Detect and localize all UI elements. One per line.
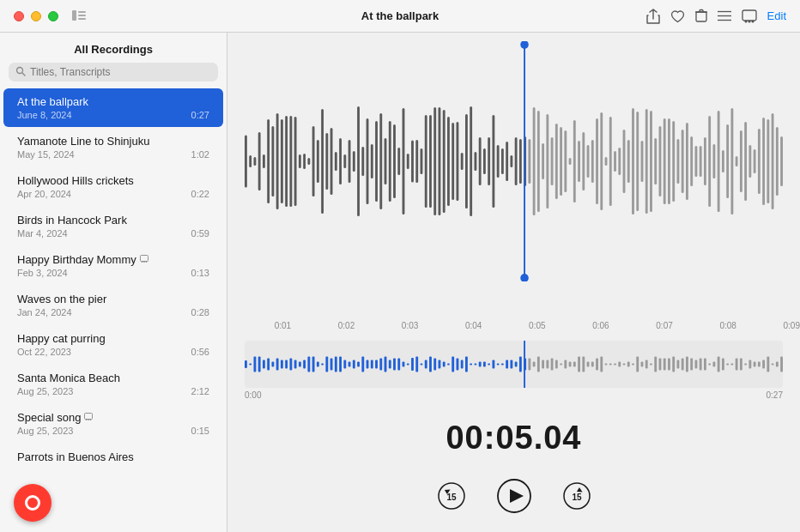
transcript-icon <box>140 255 148 264</box>
svg-rect-264 <box>780 357 783 372</box>
recording-meta: Oct 22, 2023 0:56 <box>17 347 209 357</box>
recording-item[interactable]: At the ballpark June 8, 2024 0:27 <box>3 88 223 127</box>
recording-item[interactable]: Happy Birthday Mommy Feb 3, 2024 0:13 <box>3 246 223 285</box>
svg-rect-229 <box>623 364 626 366</box>
svg-rect-59 <box>411 141 414 183</box>
recording-title: At the ballpark <box>17 95 209 108</box>
favorite-button[interactable] <box>670 9 685 23</box>
recording-meta: May 15, 2024 1:02 <box>17 149 209 160</box>
recording-item[interactable]: Special song Aug 25, 2023 0:15 <box>3 404 223 443</box>
svg-rect-121 <box>690 136 693 186</box>
svg-rect-242 <box>682 359 684 371</box>
svg-rect-148 <box>258 357 261 372</box>
svg-rect-120 <box>686 123 688 200</box>
svg-rect-111 <box>645 109 648 214</box>
recording-meta: Mar 4, 2024 0:59 <box>17 228 209 239</box>
play-button[interactable] <box>495 477 533 515</box>
svg-rect-157 <box>299 362 301 367</box>
svg-rect-14 <box>140 256 148 262</box>
svg-rect-106 <box>623 130 626 193</box>
svg-rect-43 <box>339 138 342 184</box>
recording-item[interactable]: Yamanote Line to Shinjuku May 15, 2024 1… <box>3 128 223 166</box>
svg-rect-124 <box>704 137 706 185</box>
svg-rect-99 <box>591 140 594 183</box>
recording-item[interactable]: Waves on the pier Jan 24, 2024 0:28 <box>3 286 223 324</box>
svg-point-143 <box>520 41 529 49</box>
svg-rect-226 <box>609 364 612 366</box>
svg-rect-235 <box>650 364 652 366</box>
transcript-button[interactable] <box>742 9 757 23</box>
share-button[interactable] <box>646 9 660 24</box>
recording-item[interactable]: Parrots in Buenos Aires <box>3 444 223 472</box>
recording-item[interactable]: Hollywood Hills crickets Apr 20, 2024 0:… <box>3 167 223 206</box>
svg-rect-116 <box>668 118 670 204</box>
main-waveform-container[interactable] <box>227 33 800 317</box>
svg-rect-192 <box>457 359 459 371</box>
svg-rect-160 <box>312 357 315 372</box>
svg-rect-122 <box>694 146 697 177</box>
recordings-list: At the ballpark June 8, 2024 0:27 Yamano… <box>0 88 227 474</box>
svg-line-13 <box>22 73 25 76</box>
svg-rect-51 <box>375 121 378 202</box>
close-button[interactable] <box>14 11 24 21</box>
time-marker: 0:04 <box>465 321 482 330</box>
sidebar-header: All Recordings <box>0 33 227 63</box>
search-bar[interactable] <box>9 63 218 82</box>
svg-rect-203 <box>506 360 508 369</box>
svg-rect-262 <box>772 364 774 366</box>
svg-rect-153 <box>281 360 283 369</box>
svg-rect-217 <box>569 362 572 367</box>
svg-rect-222 <box>591 362 594 367</box>
svg-rect-56 <box>397 148 400 175</box>
delete-button[interactable] <box>695 9 707 23</box>
mini-waveform-container[interactable] <box>245 341 783 388</box>
recording-item[interactable]: Happy cat purring Oct 22, 2023 0:56 <box>3 325 223 364</box>
skip-back-button[interactable]: 15 <box>435 480 468 512</box>
svg-rect-41 <box>330 128 333 195</box>
svg-rect-141 <box>780 136 783 186</box>
maximize-button[interactable] <box>48 11 58 21</box>
svg-rect-109 <box>636 112 639 211</box>
svg-rect-221 <box>587 362 590 367</box>
svg-rect-193 <box>461 360 464 369</box>
svg-rect-154 <box>285 360 288 369</box>
recording-item[interactable]: Santa Monica Beach Aug 25, 2023 2:12 <box>3 365 223 403</box>
svg-rect-27 <box>267 119 270 203</box>
svg-rect-80 <box>506 142 508 181</box>
svg-rect-245 <box>694 360 697 369</box>
svg-rect-48 <box>361 147 364 176</box>
mini-waveform-visualization <box>245 341 783 388</box>
time-axis: 0:010:020:030:040:050:060:070:080:09 <box>227 317 800 334</box>
recording-duration: 0:56 <box>191 347 209 357</box>
svg-rect-257 <box>748 360 751 369</box>
sidebar-footer <box>0 474 227 532</box>
svg-rect-155 <box>289 359 292 371</box>
svg-rect-156 <box>294 360 297 369</box>
svg-rect-60 <box>415 140 418 183</box>
titlebar: At the ballpark Edit <box>0 0 800 33</box>
svg-rect-47 <box>357 106 360 216</box>
sidebar-toggle-button[interactable] <box>72 9 86 24</box>
svg-rect-138 <box>767 119 769 203</box>
svg-rect-71 <box>465 114 468 209</box>
record-button[interactable] <box>14 484 52 522</box>
main-waveform[interactable] <box>245 41 783 281</box>
skip-forward-button[interactable]: 15 <box>561 480 593 512</box>
recording-item[interactable]: Birds in Hancock Park Mar 4, 2024 0:59 <box>3 207 223 245</box>
minimize-button[interactable] <box>31 11 41 21</box>
svg-rect-4 <box>696 12 706 21</box>
list-view-button[interactable] <box>718 10 731 21</box>
svg-rect-55 <box>393 124 396 198</box>
svg-rect-140 <box>776 127 779 196</box>
svg-rect-259 <box>758 362 761 367</box>
edit-button[interactable]: Edit <box>767 9 786 22</box>
svg-rect-190 <box>447 364 450 366</box>
search-input[interactable] <box>30 66 211 78</box>
svg-rect-201 <box>497 364 500 366</box>
svg-rect-181 <box>407 364 409 366</box>
svg-rect-158 <box>303 360 306 369</box>
svg-rect-53 <box>385 138 387 184</box>
svg-rect-240 <box>672 357 675 372</box>
svg-rect-64 <box>433 107 436 215</box>
svg-rect-75 <box>483 148 486 174</box>
